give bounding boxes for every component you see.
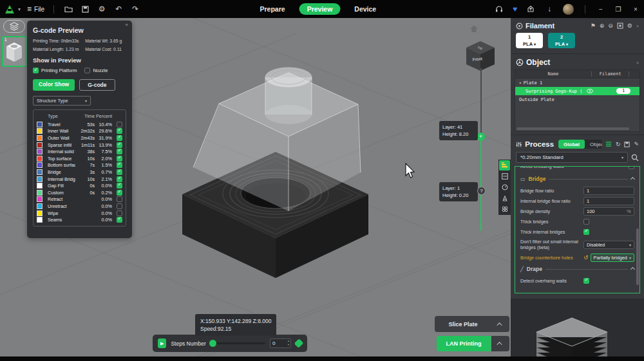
type-visibility-checkbox[interactable] (117, 190, 122, 196)
layer-slider-track-active[interactable] (480, 141, 482, 231)
filament-assignment-badge[interactable]: 1 (616, 88, 630, 95)
steps-slider-knob[interactable] (209, 340, 216, 347)
reset-process-icon[interactable]: ↻ (616, 141, 621, 147)
type-visibility-checkbox[interactable] (117, 169, 122, 175)
reset-setting-icon[interactable]: ↺ (583, 254, 589, 261)
viewport-3d[interactable]: 1 Front Top (0, 18, 511, 356)
tab-preview[interactable]: Preview (299, 3, 341, 15)
tab-device[interactable]: Device (346, 3, 384, 15)
type-visibility-checkbox[interactable] (117, 128, 122, 134)
settings-group-header[interactable]: ╱Drape (515, 263, 639, 275)
spinner-arrows-icon[interactable]: ▴▾ (288, 339, 289, 347)
type-visibility-checkbox[interactable] (117, 217, 122, 223)
maximize-button[interactable]: ❐ (614, 6, 623, 13)
add-filament-icon[interactable]: ⊕ (600, 23, 605, 29)
plate-row[interactable]: ▾ Plate 1 (515, 79, 639, 87)
advanced-wand-icon[interactable]: ✎ (634, 141, 639, 147)
color-show-button[interactable]: Color Show (33, 79, 75, 91)
structure-type-select[interactable]: Structure Type ▾ (33, 96, 91, 106)
type-visibility-checkbox[interactable] (117, 196, 122, 202)
nozzle-checkbox[interactable] (84, 68, 90, 73)
save-icon[interactable] (80, 6, 90, 13)
filament-slot-1[interactable]: 1 PLA ▾ (516, 33, 543, 48)
open-folder-icon[interactable] (63, 6, 73, 13)
horizontal-scrollbar[interactable] (516, 127, 629, 130)
setting-checkbox[interactable] (583, 229, 589, 235)
setting-input[interactable]: 100% (583, 207, 634, 216)
home-view-icon[interactable] (469, 24, 479, 36)
clover-view-button[interactable] (499, 204, 510, 214)
sliced-preview-thumbnail[interactable] (511, 299, 644, 356)
type-visibility-checkbox[interactable] (117, 142, 122, 148)
setting-checkbox[interactable] (629, 167, 634, 169)
setting-input[interactable]: 1 (583, 187, 634, 195)
favorite-heart-icon[interactable]: ♥ (513, 5, 517, 14)
outside-plate-row[interactable]: Outside Plate (515, 95, 639, 104)
flag-icon[interactable]: ⚑ (591, 23, 596, 29)
type-visibility-checkbox[interactable] (117, 122, 122, 127)
search-icon[interactable] (631, 154, 639, 162)
setting-input[interactable]: 1 (583, 197, 634, 205)
settings-group-header[interactable]: ▭Bridge (515, 172, 639, 185)
type-visibility-checkbox[interactable] (117, 183, 122, 189)
gcode-button[interactable]: G-code (79, 79, 115, 91)
download-icon[interactable]: ↓ (544, 5, 554, 14)
object-row-selected[interactable]: Surprising Gogo-Kup ( 1 (515, 87, 639, 95)
print-options-chevron[interactable] (491, 336, 509, 351)
collapse-panel-icon[interactable]: « (126, 22, 128, 28)
type-visibility-checkbox[interactable] (117, 135, 122, 141)
setting-select[interactable]: Disabled▾ (583, 241, 634, 249)
preset-select[interactable]: *0.20mm Standard ▾ (516, 152, 628, 163)
vertical-scrollbar[interactable] (636, 228, 639, 285)
logo-chevron-icon[interactable]: ▾ (18, 6, 21, 12)
process-tab-global[interactable]: Global (558, 140, 585, 149)
plate-thumbnail[interactable]: 1 (2, 36, 26, 67)
speed-gauge-button[interactable] (499, 182, 510, 192)
visibility-eye-icon[interactable] (587, 89, 593, 93)
plate-stack-toggle[interactable] (3, 20, 25, 33)
setting-checkbox[interactable] (583, 219, 589, 225)
type-visibility-checkbox[interactable] (117, 203, 122, 209)
filament-slot-2[interactable]: 2 PLA ▾ (548, 33, 575, 48)
layer-slider-track-upper[interactable] (480, 68, 482, 137)
settings-gear-icon[interactable]: ⚙ (97, 5, 107, 14)
tab-prepare[interactable]: Prepare (252, 3, 293, 15)
upload-icon[interactable] (526, 5, 536, 13)
layers-view-button[interactable] (499, 160, 510, 171)
file-menu[interactable]: ≡ File (27, 5, 44, 14)
remove-filament-icon[interactable]: ⊖ (608, 23, 613, 29)
type-visibility-checkbox[interactable] (117, 176, 122, 182)
support-headset-icon[interactable] (494, 6, 504, 13)
type-visibility-checkbox[interactable] (117, 210, 122, 216)
steps-slider[interactable] (211, 342, 265, 344)
undo-icon[interactable]: ↶ (113, 5, 124, 14)
option-printing-platform[interactable]: Printing Platform (33, 68, 77, 73)
collapse-section-icon[interactable]: × (636, 60, 639, 65)
filament-settings-gear-icon[interactable]: ⚙ (627, 23, 632, 29)
flush-options-icon[interactable] (617, 23, 623, 29)
tower-view-button[interactable] (499, 193, 510, 203)
grid-view-button[interactable] (499, 171, 510, 181)
parameter-list-icon[interactable] (605, 141, 612, 147)
steps-value-spinner[interactable]: 0 ▴▾ (270, 338, 291, 348)
user-avatar[interactable] (563, 4, 574, 15)
layer-slider-help-button[interactable]: ? (477, 187, 486, 195)
expand-chevron-icon[interactable]: ▾ (519, 80, 522, 85)
setting-checkbox[interactable] (583, 278, 589, 284)
slice-plate-button[interactable]: Slice Plate (435, 316, 509, 332)
lan-printing-button[interactable]: LAN Printing (437, 336, 491, 351)
minimize-button[interactable]: − (596, 6, 605, 13)
close-button[interactable]: × (631, 6, 640, 13)
redo-icon[interactable]: ↷ (130, 5, 140, 14)
save-preset-icon[interactable] (624, 142, 630, 147)
option-nozzle[interactable]: Nozzle (84, 68, 108, 73)
type-visibility-checkbox[interactable] (117, 149, 122, 154)
printing-platform-checkbox[interactable] (33, 68, 39, 73)
app-logo-icon[interactable] (5, 5, 14, 14)
setting-select[interactable]: Partially bridged▾ (591, 254, 634, 262)
process-tab-object[interactable]: Object (585, 140, 602, 149)
play-button[interactable]: ▶ (158, 338, 166, 348)
type-visibility-checkbox[interactable] (117, 156, 122, 162)
type-visibility-checkbox[interactable] (117, 162, 122, 168)
collapse-section-icon[interactable]: × (636, 24, 639, 28)
